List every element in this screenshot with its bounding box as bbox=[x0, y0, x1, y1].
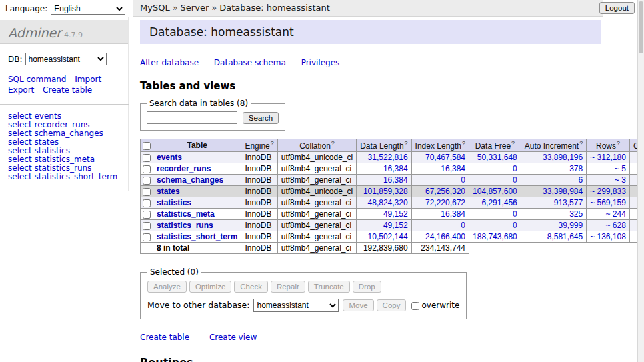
rows-link-statistics-meta[interactable]: ~ 244 bbox=[606, 209, 626, 219]
data-length-link-statistics-runs[interactable]: 49,152 bbox=[383, 221, 408, 230]
sort-link-index-length[interactable]: Index Length bbox=[415, 141, 461, 151]
table-link-recorder-runs[interactable]: recorder_runs bbox=[157, 164, 211, 173]
row-checkbox-statistics-runs[interactable] bbox=[143, 222, 151, 230]
table-link-events[interactable]: events bbox=[157, 153, 182, 162]
db-select[interactable]: homeassistant bbox=[25, 53, 107, 65]
search-input[interactable] bbox=[147, 111, 237, 124]
help-icon[interactable]: ? bbox=[511, 140, 515, 147]
help-icon[interactable]: ? bbox=[405, 140, 408, 147]
auto-increment-link-recorder-runs[interactable]: 378 bbox=[569, 164, 583, 173]
table-link-statistics[interactable]: statistics bbox=[157, 198, 191, 207]
help-icon[interactable]: ? bbox=[271, 140, 274, 147]
auto-increment-link-events[interactable]: 33,898,196 bbox=[543, 153, 583, 162]
data-free-link-events[interactable]: 50,331,648 bbox=[477, 153, 517, 162]
scrollbar[interactable] bbox=[637, 0, 644, 362]
data-free-link-recorder-runs[interactable]: 0 bbox=[513, 164, 517, 173]
scrollbar-thumb[interactable] bbox=[639, 1, 643, 53]
table-link-states[interactable]: states bbox=[157, 187, 180, 196]
data-length-link-statistics[interactable]: 48,824,320 bbox=[368, 198, 408, 207]
row-checkbox-events[interactable] bbox=[143, 154, 151, 162]
index-length-link-statistics-short-term[interactable]: 24,166,400 bbox=[425, 232, 465, 241]
table-link-schema-changes[interactable]: schema_changes bbox=[157, 175, 223, 185]
auto-increment-link-states[interactable]: 33,398,984 bbox=[543, 187, 583, 196]
table-link-statistics-runs[interactable]: statistics_runs bbox=[157, 221, 213, 230]
sidebar-link-create-table[interactable]: Create table bbox=[43, 85, 92, 95]
auto-increment-link-statistics[interactable]: 913,577 bbox=[554, 198, 583, 207]
drop-button[interactable]: Drop bbox=[353, 281, 381, 293]
db-action-database-schema[interactable]: Database schema bbox=[214, 58, 286, 67]
rows-link-statistics-short-term[interactable]: ~ 136,108 bbox=[590, 232, 626, 241]
help-icon[interactable]: ? bbox=[462, 140, 465, 147]
rows-link-statistics[interactable]: ~ 569,159 bbox=[590, 198, 626, 207]
move-button[interactable]: Move bbox=[343, 299, 373, 311]
index-length-link-events[interactable]: 70,467,584 bbox=[425, 153, 465, 162]
index-length-link-statistics-meta[interactable]: 16,384 bbox=[441, 209, 465, 219]
index-length-link-states[interactable]: 67,256,320 bbox=[425, 187, 465, 196]
help-icon[interactable]: ? bbox=[331, 140, 335, 147]
help-icon[interactable]: ? bbox=[579, 140, 583, 147]
data-length-link-events[interactable]: 31,522,816 bbox=[368, 153, 408, 162]
sidebar-link-export[interactable]: Export bbox=[8, 85, 34, 95]
row-checkbox-states[interactable] bbox=[143, 188, 151, 196]
table-link-statistics-meta[interactable]: statistics_meta bbox=[157, 209, 215, 219]
rows-link-statistics-runs[interactable]: ~ 628 bbox=[606, 221, 626, 230]
create-create-table[interactable]: Create table bbox=[140, 333, 189, 342]
rows-link-schema-changes[interactable]: ~ 3 bbox=[615, 175, 626, 185]
sort-link-rows[interactable]: Rows bbox=[596, 141, 616, 151]
data-length-link-states[interactable]: 101,859,328 bbox=[363, 187, 408, 196]
select-all-checkbox[interactable] bbox=[143, 142, 151, 150]
language-select[interactable]: English bbox=[51, 3, 125, 15]
db-action-alter-database[interactable]: Alter database bbox=[140, 58, 199, 67]
data-free-link-schema-changes[interactable]: 0 bbox=[513, 175, 517, 185]
row-checkbox-statistics-short-term[interactable] bbox=[143, 233, 151, 241]
index-length-link-schema-changes[interactable]: 0 bbox=[461, 175, 465, 185]
data-free-link-statistics-runs[interactable]: 0 bbox=[513, 221, 517, 230]
db-action-privileges[interactable]: Privileges bbox=[301, 58, 340, 67]
logout-button[interactable]: Logout bbox=[599, 2, 635, 14]
auto-increment-link-schema-changes[interactable]: 6 bbox=[578, 175, 583, 185]
copy-button[interactable]: Copy bbox=[377, 299, 407, 311]
index-length-link-statistics-runs[interactable]: 0 bbox=[461, 221, 465, 230]
analyze-button[interactable]: Analyze bbox=[147, 281, 187, 293]
index-length-link-recorder-runs[interactable]: 16,384 bbox=[441, 164, 465, 173]
data-free-link-states[interactable]: 104,857,600 bbox=[473, 187, 517, 196]
breadcrumb-server[interactable]: Server bbox=[181, 3, 209, 13]
auto-increment-link-statistics-runs[interactable]: 39,999 bbox=[558, 221, 583, 230]
data-length-link-schema-changes[interactable]: 16,384 bbox=[383, 175, 408, 185]
sidebar-link-import[interactable]: Import bbox=[75, 75, 101, 84]
optimize-button[interactable]: Optimize bbox=[189, 281, 231, 293]
sidebar-link-sql-command[interactable]: SQL command bbox=[8, 75, 66, 84]
sort-link-collation[interactable]: Collation bbox=[299, 141, 331, 151]
auto-increment-link-statistics-meta[interactable]: 325 bbox=[569, 209, 583, 219]
rows-link-states[interactable]: ~ 299,833 bbox=[590, 187, 626, 196]
sort-link-auto-increment[interactable]: Auto Increment bbox=[525, 141, 579, 151]
row-checkbox-statistics[interactable] bbox=[143, 199, 151, 207]
row-checkbox-recorder-runs[interactable] bbox=[143, 165, 151, 173]
data-free-link-statistics[interactable]: 6,291,456 bbox=[481, 198, 517, 207]
data-length-link-statistics-meta[interactable]: 49,152 bbox=[383, 209, 408, 219]
create-create-view[interactable]: Create view bbox=[209, 333, 257, 342]
sort-link-data-length[interactable]: Data Length bbox=[360, 141, 403, 151]
check-button[interactable]: Check bbox=[234, 281, 268, 293]
search-button[interactable]: Search bbox=[243, 112, 279, 124]
data-length-link-recorder-runs[interactable]: 16,384 bbox=[383, 164, 408, 173]
move-db-select[interactable]: homeassistant bbox=[253, 299, 339, 312]
truncate-button[interactable]: Truncate bbox=[308, 281, 350, 293]
index-length-link-statistics[interactable]: 72,220,672 bbox=[425, 198, 465, 207]
rows-link-events[interactable]: ~ 312,180 bbox=[590, 153, 626, 162]
overwrite-checkbox[interactable] bbox=[411, 302, 419, 310]
data-length-link-statistics-short-term[interactable]: 10,502,144 bbox=[368, 232, 408, 241]
rows-link-recorder-runs[interactable]: ~ 5 bbox=[615, 164, 626, 173]
repair-button[interactable]: Repair bbox=[271, 281, 305, 293]
sidebar-table-select-statistics-short-term[interactable]: select statistics_short_term bbox=[8, 173, 120, 181]
data-free-link-statistics-short-term[interactable]: 188,743,680 bbox=[473, 232, 517, 241]
row-checkbox-schema-changes[interactable] bbox=[143, 177, 151, 185]
table-link-statistics-short-term[interactable]: statistics_short_term bbox=[157, 232, 237, 241]
data-free-link-statistics-meta[interactable]: 0 bbox=[513, 209, 517, 219]
row-checkbox-statistics-meta[interactable] bbox=[143, 211, 151, 219]
breadcrumb-mysql[interactable]: MySQL bbox=[140, 3, 170, 13]
sort-link-data-free[interactable]: Data Free bbox=[475, 141, 511, 151]
auto-increment-link-statistics-short-term[interactable]: 8,581,645 bbox=[547, 232, 583, 241]
sort-link-table[interactable]: Table bbox=[187, 141, 207, 150]
sort-link-engine[interactable]: Engine bbox=[245, 141, 269, 151]
